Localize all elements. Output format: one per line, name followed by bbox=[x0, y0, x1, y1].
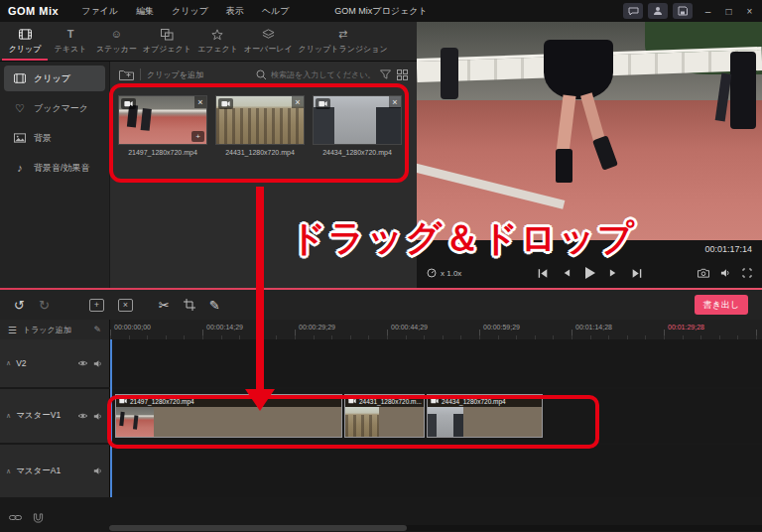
tab-effect[interactable]: エフェクト bbox=[194, 22, 241, 61]
tab-object[interactable]: オブジェクト bbox=[140, 22, 194, 61]
add-clip-box-icon[interactable]: + bbox=[89, 299, 104, 312]
pen-icon[interactable]: ✎ bbox=[209, 298, 220, 313]
panel-splitter[interactable] bbox=[0, 288, 762, 290]
feedback-button[interactable] bbox=[623, 3, 643, 19]
account-button[interactable] bbox=[648, 3, 668, 19]
track-header-v2[interactable]: ∧ V2 bbox=[0, 339, 109, 387]
video-pedestrian bbox=[441, 48, 458, 99]
sidebar-item-bookmark[interactable]: ♡ ブックマーク bbox=[4, 95, 105, 121]
total-duration: 00:01:17:14 bbox=[704, 244, 752, 254]
layers-icon bbox=[262, 28, 275, 41]
ruler-timecode: 00:01:14;28 bbox=[575, 324, 612, 331]
clip-sidebar: クリップ ♡ ブックマーク 背景 ♪ 背景音/効果音 bbox=[0, 62, 109, 288]
collapse-chevron-icon[interactable]: ∧ bbox=[6, 412, 11, 420]
playback-speed[interactable]: x 1.0x bbox=[427, 268, 461, 278]
track-header-master-a1[interactable]: ∧ マスターA1 bbox=[0, 445, 109, 497]
track-header-master-v1[interactable]: ∧ マスターV1 bbox=[0, 389, 109, 443]
tab-clip-transition[interactable]: ⇄ クリップトランジション bbox=[296, 22, 391, 61]
frame-back-icon[interactable] bbox=[562, 268, 571, 278]
sidebar-item-bgm-sfx[interactable]: ♪ 背景音/効果音 bbox=[4, 155, 105, 181]
sidebar-item-clip[interactable]: クリップ bbox=[4, 66, 105, 91]
cut-scissors-icon[interactable]: ✂ bbox=[159, 298, 170, 313]
crop-icon[interactable] bbox=[184, 299, 195, 311]
mute-speaker-icon[interactable] bbox=[93, 412, 103, 421]
annotation-box-clip-library bbox=[109, 83, 409, 183]
sidebar-item-label: 背景音/効果音 bbox=[34, 162, 90, 175]
redo-icon[interactable]: ↻ bbox=[39, 298, 50, 313]
titlebar: GOM Mix ファイル 編集 クリップ 表示 ヘルプ GOM Mixプロジェク… bbox=[0, 0, 762, 22]
add-clip-label[interactable]: クリップを追加 bbox=[147, 69, 203, 80]
save-disk-icon bbox=[678, 6, 688, 16]
minimize-button[interactable]: – bbox=[698, 0, 718, 22]
track-toggles bbox=[77, 412, 103, 421]
video-pedestrian bbox=[730, 52, 756, 129]
search-input[interactable] bbox=[271, 70, 374, 79]
filter-icon[interactable] bbox=[380, 69, 391, 79]
visibility-eye-icon[interactable] bbox=[77, 412, 88, 420]
tab-label: オブジェクト bbox=[143, 44, 191, 55]
tab-label: クリップ bbox=[9, 44, 42, 55]
video-figure-skirt bbox=[544, 40, 613, 99]
sidebar-item-background[interactable]: 背景 bbox=[4, 125, 105, 151]
grid-view-icon[interactable] bbox=[397, 69, 408, 80]
collapse-chevron-icon[interactable]: ∧ bbox=[6, 359, 11, 367]
menu-clip[interactable]: クリップ bbox=[163, 0, 217, 22]
link-icon[interactable] bbox=[9, 513, 22, 524]
smiley-icon: ☺ bbox=[111, 28, 122, 41]
preview-utility-controls bbox=[698, 268, 752, 278]
tab-label: エフェクト bbox=[197, 44, 238, 55]
mute-speaker-icon[interactable] bbox=[93, 359, 103, 368]
visibility-eye-icon[interactable] bbox=[77, 359, 88, 367]
scrollbar-thumb[interactable] bbox=[109, 525, 407, 531]
save-button[interactable] bbox=[673, 3, 693, 19]
track-content-v2[interactable] bbox=[109, 339, 762, 387]
collapse-chevron-icon[interactable]: ∧ bbox=[6, 467, 11, 475]
search-icon bbox=[256, 69, 267, 80]
mute-speaker-icon[interactable] bbox=[93, 466, 103, 475]
menu-edit[interactable]: 編集 bbox=[127, 0, 163, 22]
export-button[interactable]: 書き出し bbox=[695, 295, 748, 315]
snapshot-camera-icon[interactable] bbox=[698, 268, 709, 278]
music-note-icon: ♪ bbox=[13, 162, 27, 174]
play-icon[interactable] bbox=[583, 266, 596, 280]
menu-view[interactable]: 表示 bbox=[217, 0, 253, 22]
tab-label: クリップトランジション bbox=[299, 44, 388, 55]
frame-forward-icon[interactable] bbox=[609, 268, 618, 278]
add-track-button[interactable]: ☰ トラック追加 ✎ bbox=[0, 320, 109, 339]
tab-clip[interactable]: クリップ bbox=[2, 22, 48, 61]
volume-icon[interactable] bbox=[720, 268, 731, 278]
sidebar-item-label: ブックマーク bbox=[34, 102, 88, 115]
menu-file[interactable]: ファイル bbox=[72, 0, 127, 22]
tab-sticker[interactable]: ☺ ステッカー bbox=[93, 22, 140, 61]
delete-clip-box-icon[interactable]: × bbox=[118, 299, 133, 312]
annotation-drag-drop-text: ドラッグ＆ドロップ bbox=[290, 214, 636, 263]
track-name: V2 bbox=[16, 358, 26, 368]
asset-tabs: クリップ T テキスト ☺ ステッカー オブジェクト エフェクト オーバーレイ … bbox=[0, 22, 417, 62]
timeline-ruler[interactable]: 00:00:00;00 00:00:14;29 00:00:29;29 00:0… bbox=[109, 320, 762, 339]
preview-video[interactable] bbox=[417, 22, 762, 240]
tab-text[interactable]: T テキスト bbox=[48, 22, 93, 61]
close-button[interactable]: × bbox=[739, 0, 760, 22]
menu-help[interactable]: ヘルプ bbox=[253, 0, 299, 22]
maximize-button[interactable]: □ bbox=[718, 0, 739, 22]
fullscreen-icon[interactable] bbox=[742, 268, 752, 278]
track-content-master-a1[interactable] bbox=[109, 445, 762, 497]
track-name: マスターA1 bbox=[16, 466, 61, 477]
filmstrip-icon bbox=[13, 73, 27, 83]
timeline-header: ☰ トラック追加 ✎ 00:00:00;00 00:00:14;29 00:00… bbox=[0, 320, 762, 339]
skip-start-icon[interactable] bbox=[537, 268, 549, 279]
edit-tracks-icon[interactable]: ✎ bbox=[93, 325, 101, 334]
undo-icon[interactable]: ↺ bbox=[14, 298, 25, 313]
timeline-scrollbar[interactable] bbox=[109, 525, 762, 531]
snap-magnet-icon[interactable] bbox=[33, 513, 44, 524]
timeline-footer-tools bbox=[9, 513, 44, 524]
filmstrip-icon bbox=[19, 28, 32, 41]
window-controls: – □ × bbox=[698, 0, 760, 22]
track-row-master-a1: ∧ マスターA1 bbox=[0, 445, 762, 497]
speed-value: x 1.0x bbox=[441, 269, 461, 278]
add-clip-icon[interactable] bbox=[119, 68, 134, 80]
person-icon bbox=[653, 6, 663, 16]
tab-overlay[interactable]: オーバーレイ bbox=[241, 22, 296, 61]
ruler-timecode: 00:00:00;00 bbox=[114, 324, 151, 331]
skip-end-icon[interactable] bbox=[631, 268, 643, 279]
